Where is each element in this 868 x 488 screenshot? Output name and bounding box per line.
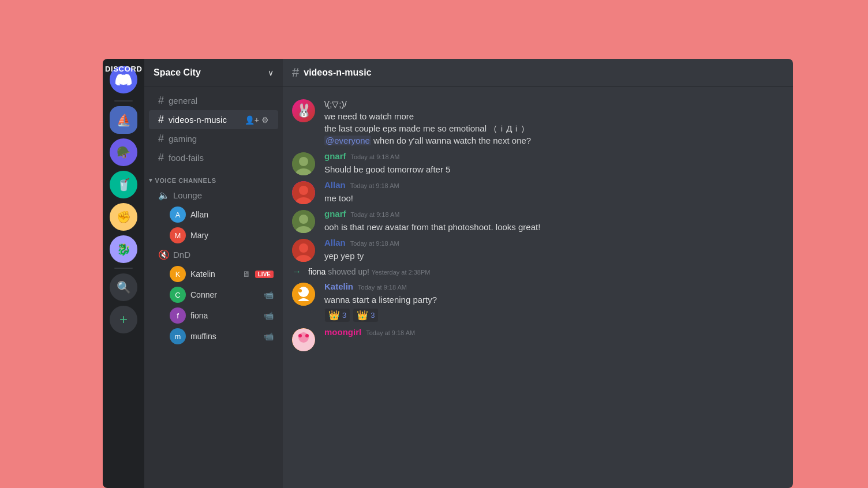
chat-channel-title: videos-n-music — [304, 67, 371, 78]
server-list: ⛵ 🪖 🥤 ✊ 🐉 🔍 + — [103, 59, 144, 488]
camera-icon-3: 📹 — [264, 332, 274, 341]
channel-name: videos-n-music — [169, 115, 227, 125]
message-header: Allan Today at 9:18 AM — [324, 180, 784, 190]
message-header: gnarf Today at 9:18 AM — [324, 209, 784, 219]
server-icon-dragon[interactable]: 🐉 — [110, 235, 137, 263]
message-username: Katelin — [324, 281, 353, 291]
voice-user-fiona[interactable]: f fiona 📹 — [149, 305, 278, 326]
avatar-allan: A — [170, 207, 186, 223]
message-group-gnarf2: gnarf Today at 9:18 AM ooh is that new a… — [283, 207, 793, 235]
message-group-katelin: Katelin Today at 9:18 AM wanna start a l… — [283, 279, 793, 325]
message-username: gnarf — [324, 209, 346, 219]
message-timestamp: Today at 9:18 AM — [358, 284, 407, 291]
voice-user-allan[interactable]: A Allan — [149, 204, 278, 225]
message-text: yep yep ty — [324, 250, 784, 262]
system-timestamp: Yesterday at 2:38PM — [372, 269, 431, 276]
voice-user-katelin[interactable]: K Katelin 🖥 LIVE — [149, 264, 278, 284]
message-text: \(;▽;)/ — [324, 98, 784, 110]
server-icon-drink[interactable]: 🥤 — [110, 171, 137, 198]
svg-point-16 — [298, 332, 309, 343]
channel-name: general — [169, 96, 197, 106]
message-text: me too! — [324, 192, 784, 204]
message-username: moongirl — [324, 327, 361, 337]
collapse-icon: ▾ — [149, 177, 153, 184]
message-username: Allan — [324, 238, 346, 247]
message-group-gnarf1: gnarf Today at 9:18 AM Should be good to… — [283, 149, 793, 178]
hash-icon: # — [158, 152, 164, 164]
message-header: Katelin Today at 9:18 AM — [324, 281, 784, 291]
server-divider-2 — [114, 268, 133, 269]
reaction-crown-2[interactable]: 👑 3 — [353, 308, 379, 322]
join-arrow-icon: → — [292, 266, 301, 277]
message-header: gnarf Today at 9:18 AM — [324, 151, 784, 161]
reaction-count: 3 — [342, 311, 346, 320]
voice-channels-header[interactable]: ▾ VOICE CHANNELS — [144, 167, 283, 186]
speaker-muted-icon: 🔇 — [158, 249, 170, 260]
channel-item-videos-n-music[interactable]: # videos-n-music 👤+ ⚙ — [149, 110, 278, 129]
live-badge: LIVE — [255, 271, 274, 278]
add-user-icon[interactable]: 👤+ — [245, 115, 259, 125]
voice-channel-dnd[interactable]: 🔇 DnD — [149, 246, 278, 264]
message-header: moongirl Today at 9:18 AM — [324, 327, 784, 337]
hash-icon: # — [158, 95, 164, 107]
message-group-moongirl: moongirl Today at 9:18 AM — [283, 325, 793, 354]
channel-item-general[interactable]: # general — [149, 91, 278, 110]
channel-name: gaming — [169, 134, 197, 144]
avatar — [292, 181, 315, 204]
avatar-muffins: m — [170, 328, 186, 344]
settings-icon[interactable]: ⚙ — [261, 115, 269, 125]
voice-user-muffins[interactable]: m muffins 📹 — [149, 326, 278, 347]
channel-list: # general # videos-n-music 👤+ ⚙ # gaming… — [144, 87, 283, 488]
add-server-button[interactable]: + — [110, 306, 137, 333]
message-username: Allan — [324, 180, 346, 190]
voice-username: muffins — [190, 332, 216, 341]
svg-point-7 — [299, 215, 308, 224]
screen-icon: 🖥 — [242, 269, 250, 279]
message-group-allan1: Allan Today at 9:18 AM me too! — [283, 178, 793, 207]
voice-user-mary[interactable]: M Mary — [149, 225, 278, 246]
message-text-2: we need to watch more — [324, 110, 784, 122]
server-icon-boat[interactable]: ⛵ — [110, 106, 137, 134]
channel-item-food-fails[interactable]: # food-fails — [149, 148, 278, 167]
system-actor: fiona — [308, 267, 326, 276]
message-content: Allan Today at 9:18 AM yep yep ty — [324, 238, 784, 262]
section-label: VOICE CHANNELS — [155, 177, 216, 184]
message-timestamp: Today at 9:18 AM — [351, 211, 400, 218]
avatar-conner: C — [170, 287, 186, 303]
message-group-allan2: Allan Today at 9:18 AM yep yep ty — [283, 235, 793, 264]
message-content: Katelin Today at 9:18 AM wanna start a l… — [324, 281, 784, 322]
server-chevron-icon: ∨ — [268, 68, 274, 77]
reaction-count-2: 3 — [371, 311, 375, 320]
app-window: ⛵ 🪖 🥤 ✊ 🐉 🔍 + Space City ∨ — [103, 59, 793, 488]
hash-icon: # — [158, 114, 164, 126]
message-group: 🐰 \(;▽;)/ we need to watch more the last… — [283, 96, 793, 149]
channel-name: food-fails — [169, 153, 204, 163]
voice-username: Katelin — [190, 269, 215, 279]
system-text: fiona showed up! Yesterday at 2:38PM — [308, 267, 430, 276]
reaction-emoji-2: 👑 — [357, 310, 368, 321]
voice-user-conner[interactable]: C Conner 📹 — [149, 284, 278, 305]
voice-channel-name: DnD — [173, 250, 190, 260]
message-content: gnarf Today at 9:18 AM ooh is that new a… — [324, 209, 784, 233]
server-search-button[interactable]: 🔍 — [110, 273, 137, 301]
hash-icon: # — [158, 133, 164, 145]
message-text-4: @everyone when do y'all wanna watch the … — [324, 134, 784, 147]
avatar — [292, 210, 315, 233]
voice-channel-lounge[interactable]: 🔈 Lounge — [149, 186, 278, 204]
server-name: Space City — [154, 67, 201, 78]
message-content: Allan Today at 9:18 AM me too! — [324, 180, 784, 204]
reaction-crown-1[interactable]: 👑 3 — [324, 308, 350, 322]
server-name-bar[interactable]: Space City ∨ — [144, 59, 283, 87]
avatar — [292, 328, 315, 351]
svg-point-10 — [299, 243, 308, 253]
channel-item-gaming[interactable]: # gaming — [149, 129, 278, 148]
avatar — [292, 152, 315, 175]
voice-channel-name: Lounge — [173, 190, 202, 200]
server-icon-fist[interactable]: ✊ — [110, 203, 137, 231]
server-divider — [114, 100, 133, 102]
main-chat: # videos-n-music 🐰 \(;▽;)/ we need to wa… — [283, 59, 793, 488]
speaker-icon: 🔈 — [158, 190, 170, 201]
message-text: wanna start a listening party? — [324, 294, 784, 306]
message-content: moongirl Today at 9:18 AM — [324, 327, 784, 351]
server-icon-helmet[interactable]: 🪖 — [110, 138, 137, 166]
